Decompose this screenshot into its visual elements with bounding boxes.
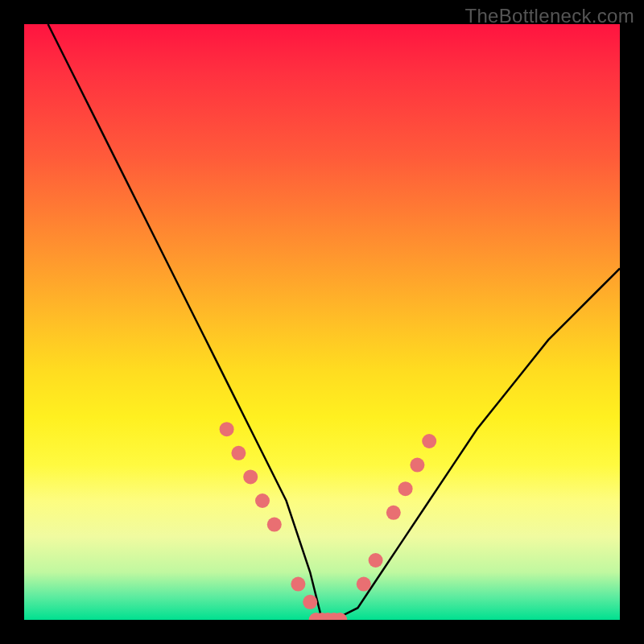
chart-plot-area <box>24 24 620 620</box>
marker-dot <box>255 493 270 508</box>
marker-dot <box>398 481 413 496</box>
marker-dot <box>220 422 234 436</box>
marker-dot <box>303 595 317 609</box>
bottleneck-curve <box>48 24 620 620</box>
marker-dot <box>422 434 436 448</box>
marker-dot <box>243 469 258 484</box>
marker-dot <box>291 577 305 592</box>
marker-dot <box>357 577 371 592</box>
marker-dot <box>410 458 424 473</box>
marker-dot <box>386 506 401 520</box>
marker-dot <box>231 446 246 460</box>
chart-svg <box>24 24 620 620</box>
marker-dot <box>369 553 383 568</box>
marker-dot <box>267 518 282 532</box>
data-markers <box>220 422 437 620</box>
